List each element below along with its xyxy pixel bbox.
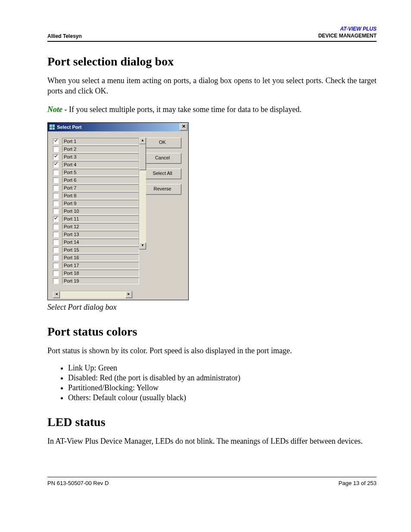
port-list[interactable]: Port 1Port 2Port 3Port 4Port 5Port 6Port…	[53, 137, 139, 291]
heading-port-selection: Port selection dialog box	[47, 55, 377, 68]
port-row[interactable]: Port 18	[53, 269, 139, 277]
dialog-title: Select Port	[57, 124, 180, 130]
port-label: Port 18	[62, 270, 139, 277]
select-all-button[interactable]: Select All	[143, 168, 181, 179]
port-row[interactable]: Port 6	[53, 176, 139, 184]
port-label: Port 2	[62, 146, 139, 152]
reverse-button[interactable]: Reverse	[143, 184, 181, 195]
port-row[interactable]: Port 8	[53, 192, 139, 199]
port-row[interactable]: Port 10	[53, 207, 139, 215]
cancel-button[interactable]: Cancel	[143, 153, 181, 164]
scroll-right-button[interactable]: ►	[125, 291, 132, 298]
port-checkbox[interactable]	[53, 139, 59, 144]
port-checkbox[interactable]	[53, 185, 59, 191]
scroll-thumb[interactable]	[139, 144, 146, 170]
port-row[interactable]: Port 15	[53, 246, 139, 254]
port-checkbox[interactable]	[53, 255, 59, 261]
close-button[interactable]: ✕	[180, 124, 187, 131]
port-checkbox[interactable]	[53, 232, 59, 237]
para-port-selection-intro: When you select a menu item acting on po…	[47, 75, 377, 96]
port-row[interactable]: Port 14	[53, 238, 139, 246]
port-label: Port 8	[62, 192, 139, 199]
port-label: Port 5	[62, 169, 139, 176]
port-row[interactable]: Port 16	[53, 254, 139, 261]
para-port-status-intro: Port status is shown by its color. Port …	[47, 345, 377, 356]
port-checkbox[interactable]	[53, 278, 59, 284]
footer-left: PN 613-50507-00 Rev D	[47, 480, 109, 486]
port-checkbox[interactable]	[53, 170, 59, 175]
scroll-up-button[interactable]: ▲	[139, 137, 146, 144]
select-port-dialog: Select Port ✕ Port 1Port 2Port 3Port 4Po…	[47, 122, 189, 300]
header-left: Allied Telesyn	[47, 33, 82, 39]
para-led-status: In AT-View Plus Device Manager, LEDs do …	[47, 436, 377, 446]
note-rest: - If you select multiple ports, it may t…	[62, 105, 302, 114]
horizontal-scrollbar[interactable]: ◄ ►	[53, 291, 132, 298]
header-section: DEVICE MANAGEMENT	[318, 33, 377, 40]
port-row[interactable]: Port 11	[53, 215, 139, 223]
footer-rule	[47, 477, 377, 477]
port-label: Port 13	[62, 231, 139, 238]
port-label: Port 19	[62, 277, 139, 284]
header-product: AT-VIEW PLUS	[318, 26, 377, 33]
port-status-item: Partitioned/Blocking: Yellow	[68, 383, 377, 392]
port-status-item: Others: Default colour (usually black)	[68, 393, 377, 402]
port-row[interactable]: Port 7	[53, 184, 139, 192]
vertical-scrollbar[interactable]: ▲ ▼	[139, 137, 146, 249]
port-label: Port 11	[62, 215, 139, 222]
port-label: Port 12	[62, 223, 139, 230]
port-checkbox[interactable]	[53, 201, 59, 206]
port-row[interactable]: Port 13	[53, 230, 139, 238]
footer-right: Page 13 of 253	[339, 480, 377, 486]
port-row[interactable]: Port 9	[53, 199, 139, 207]
port-checkbox[interactable]	[53, 263, 59, 268]
header-rule	[47, 41, 377, 42]
header-right: AT-VIEW PLUS DEVICE MANAGEMENT	[318, 26, 377, 39]
port-checkbox[interactable]	[53, 146, 59, 152]
port-row[interactable]: Port 1	[53, 137, 139, 145]
app-icon	[49, 124, 55, 130]
port-row[interactable]: Port 19	[53, 277, 139, 285]
port-checkbox[interactable]	[53, 193, 59, 199]
scroll-down-button[interactable]: ▼	[139, 243, 146, 249]
port-checkbox[interactable]	[53, 208, 59, 214]
port-row[interactable]: Port 4	[53, 161, 139, 168]
port-checkbox[interactable]	[53, 216, 59, 222]
port-label: Port 17	[62, 262, 139, 269]
port-checkbox[interactable]	[53, 271, 59, 276]
port-label: Port 16	[62, 254, 139, 261]
port-list-wrap: Port 1Port 2Port 3Port 4Port 5Port 6Port…	[53, 137, 139, 298]
port-row[interactable]: Port 2	[53, 145, 139, 153]
port-checkbox[interactable]	[53, 154, 59, 160]
port-label: Port 6	[62, 177, 139, 184]
port-checkbox[interactable]	[53, 224, 59, 230]
port-row[interactable]: Port 3	[53, 153, 139, 161]
dialog-titlebar[interactable]: Select Port ✕	[48, 123, 188, 131]
port-checkbox[interactable]	[53, 177, 59, 183]
port-checkbox[interactable]	[53, 247, 59, 253]
port-label: Port 14	[62, 239, 139, 246]
heading-led-status: LED status	[47, 415, 377, 429]
port-row[interactable]: Port 5	[53, 168, 139, 176]
port-label: Port 3	[62, 153, 139, 160]
dialog-caption: Select Port dialog box	[47, 303, 377, 312]
port-status-item: Link Up: Green	[68, 364, 377, 373]
ok-button[interactable]: OK	[143, 137, 181, 148]
port-row[interactable]: Port 17	[53, 261, 139, 269]
para-note: Note - If you select multiple ports, it …	[47, 104, 377, 115]
port-label: Port 9	[62, 200, 139, 207]
port-row[interactable]: Port 12	[53, 223, 139, 230]
page-header: Allied Telesyn AT-VIEW PLUS DEVICE MANAG…	[47, 26, 377, 39]
port-label: Port 7	[62, 184, 139, 191]
port-checkbox[interactable]	[53, 162, 59, 168]
port-label: Port 4	[62, 161, 139, 168]
port-label: Port 15	[62, 246, 139, 253]
note-lead: Note	[47, 105, 62, 114]
page-footer: PN 613-50507-00 Rev D Page 13 of 253	[47, 480, 377, 486]
dialog-button-column: OK Cancel Select All Reverse	[143, 137, 181, 298]
port-label: Port 10	[62, 208, 139, 215]
port-status-list: Link Up: GreenDisabled: Red (the port is…	[59, 364, 377, 402]
scroll-left-button[interactable]: ◄	[53, 291, 60, 298]
port-checkbox[interactable]	[53, 240, 59, 245]
port-status-item: Disabled: Red (the port is disabled by a…	[68, 373, 377, 383]
heading-port-status-colors: Port status colors	[47, 325, 377, 339]
